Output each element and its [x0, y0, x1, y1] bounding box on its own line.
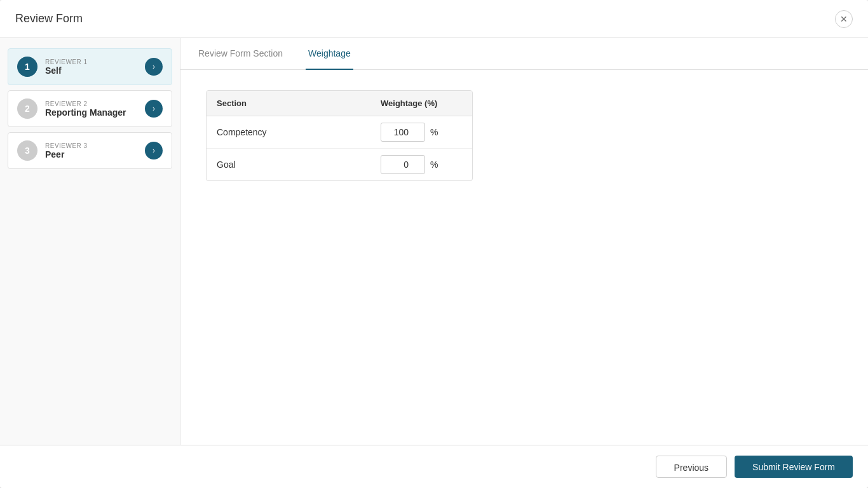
sidebar: 1 REVIEWER 1 Self › 2 REVIEWER 2 Reporti… — [0, 38, 180, 445]
reviewer-3-arrow-icon: › — [145, 142, 163, 159]
table-header: Section Weightage (%) — [207, 91, 472, 116]
reviewer-2-number: 2 — [17, 98, 37, 119]
reviewer-1-arrow-icon: › — [145, 58, 163, 76]
column-header-weightage: Weightage (%) — [370, 91, 472, 116]
modal-footer: Previous Submit Review Form — [0, 445, 868, 488]
section-name-goal: Goal — [207, 149, 370, 180]
sidebar-item-reviewer-2[interactable]: 2 REVIEWER 2 Reporting Manager › — [8, 90, 172, 127]
column-header-section: Section — [207, 91, 370, 116]
weightage-input-competency[interactable] — [381, 123, 425, 142]
reviewer-3-name: Peer — [45, 149, 145, 159]
percent-symbol-goal: % — [430, 159, 438, 170]
reviewer-2-info: REVIEWER 2 Reporting Manager — [45, 100, 145, 118]
modal-body: 1 REVIEWER 1 Self › 2 REVIEWER 2 Reporti… — [0, 38, 868, 445]
section-name-competency: Competency — [207, 117, 370, 147]
tabs-bar: Review Form Section Weightage — [180, 38, 868, 70]
close-icon: ✕ — [840, 14, 848, 24]
reviewer-2-name: Reporting Manager — [45, 107, 145, 118]
modal-header: Review Form ✕ — [0, 0, 868, 38]
table-row-competency: Competency % — [207, 116, 472, 149]
reviewer-1-name: Self — [45, 65, 145, 76]
reviewer-2-arrow-icon: › — [145, 100, 163, 118]
table-row-goal: Goal % — [207, 149, 472, 180]
content-area: Section Weightage (%) Competency % Goal — [180, 70, 868, 445]
modal-title: Review Form — [15, 12, 83, 25]
percent-symbol-competency: % — [430, 127, 438, 137]
review-form-modal: Review Form ✕ 1 REVIEWER 1 Self › 2 REVI… — [0, 0, 868, 488]
reviewer-1-label: REVIEWER 1 — [45, 58, 145, 65]
tab-review-form-section[interactable]: Review Form Section — [196, 38, 285, 70]
weightage-cell-competency: % — [370, 116, 472, 148]
close-button[interactable]: ✕ — [835, 10, 853, 28]
reviewer-2-label: REVIEWER 2 — [45, 100, 145, 107]
reviewer-3-label: REVIEWER 3 — [45, 142, 145, 149]
sidebar-item-reviewer-1[interactable]: 1 REVIEWER 1 Self › — [8, 48, 172, 85]
weightage-cell-goal: % — [370, 149, 472, 180]
submit-button[interactable]: Submit Review Form — [735, 456, 853, 478]
reviewer-1-info: REVIEWER 1 Self — [45, 58, 145, 76]
reviewer-3-number: 3 — [17, 140, 37, 161]
main-content: Review Form Section Weightage Section We… — [180, 38, 868, 445]
weightage-input-goal[interactable] — [381, 155, 425, 174]
reviewer-3-info: REVIEWER 3 Peer — [45, 142, 145, 159]
previous-button[interactable]: Previous — [656, 456, 727, 478]
weightage-table: Section Weightage (%) Competency % Goal — [206, 90, 473, 181]
sidebar-item-reviewer-3[interactable]: 3 REVIEWER 3 Peer › — [8, 132, 172, 169]
reviewer-1-number: 1 — [17, 57, 37, 77]
tab-weightage[interactable]: Weightage — [306, 38, 353, 70]
